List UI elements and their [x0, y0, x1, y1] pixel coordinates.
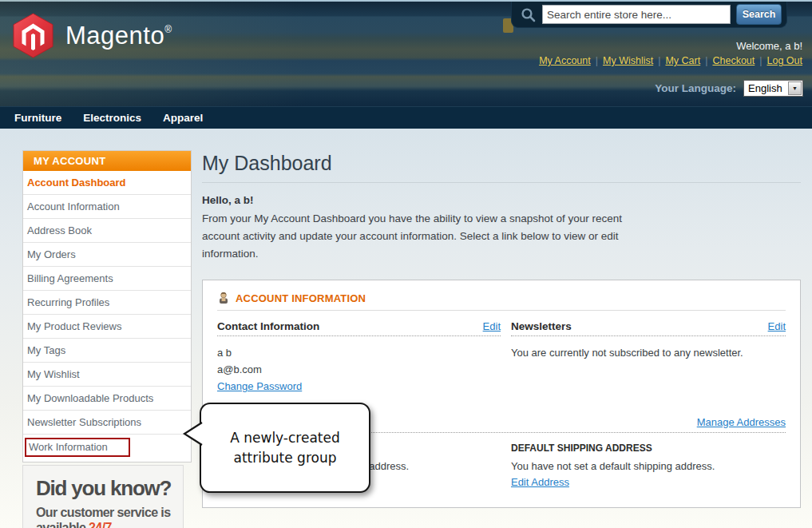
account-sidebar: MY ACCOUNT Account Dashboard Account Inf…: [22, 150, 192, 462]
link-checkout[interactable]: Checkout: [712, 55, 755, 66]
link-log-out[interactable]: Log Out: [767, 55, 802, 66]
nav-item-apparel[interactable]: Apparel: [163, 112, 203, 124]
promo-24-7: 24/7: [89, 521, 112, 528]
link-separator: |: [705, 55, 707, 66]
sidebar-item-my-product-reviews[interactable]: My Product Reviews: [23, 315, 191, 339]
page-title: My Dashboard: [202, 152, 801, 183]
account-information-title: ACCOUNT INFORMATION: [236, 292, 366, 304]
callout-line2: attribute group: [234, 448, 337, 468]
sidebar-item-billing-agreements[interactable]: Billing Agreements: [23, 267, 191, 291]
sidebar-menu: Account Dashboard Account Information Ad…: [23, 171, 191, 462]
annotation-callout: A newly-created attribute group: [200, 403, 370, 493]
contact-email: a@b.com: [217, 361, 501, 378]
sidebar-item-my-tags[interactable]: My Tags: [23, 339, 191, 363]
sidebar-item-newsletter-subscriptions[interactable]: Newsletter Subscriptions: [23, 411, 191, 435]
main-nav: Furniture Electronics Apparel: [0, 106, 812, 129]
sidebar-item-work-information[interactable]: Work Information: [23, 435, 191, 462]
contact-newsletter-row: Contact Information Edit a b a@b.com Cha…: [217, 320, 786, 395]
contact-edit-link[interactable]: Edit: [483, 320, 501, 332]
magento-logo-text: Magento®: [65, 22, 172, 50]
shipping-title: DEFAULT SHIPPING ADDRESS: [511, 443, 786, 454]
newsletters-title: Newsletters: [511, 320, 572, 332]
contact-information-column: Contact Information Edit a b a@b.com Cha…: [217, 320, 501, 395]
account-information-header: ACCOUNT INFORMATION: [217, 292, 786, 311]
contact-information-title: Contact Information: [217, 320, 319, 332]
callout-pointer: [182, 422, 203, 446]
account-links: My Account|My Wishlist|My Cart|Checkout|…: [539, 55, 802, 66]
did-you-know-title: Did you know?: [36, 476, 183, 501]
link-separator: |: [596, 55, 598, 66]
language-label: Your Language:: [655, 82, 736, 94]
link-my-wishlist[interactable]: My Wishlist: [603, 55, 653, 66]
language-selected-value: English: [744, 82, 788, 94]
registered-mark: ®: [164, 24, 172, 35]
link-separator: |: [759, 55, 762, 66]
sidebar-title: MY ACCOUNT: [23, 151, 191, 171]
newsletters-edit-link[interactable]: Edit: [768, 320, 786, 332]
magento-logo[interactable]: Magento®: [11, 13, 172, 58]
sidebar-item-address-book[interactable]: Address Book: [23, 219, 191, 243]
person-icon: [217, 292, 230, 304]
search-icon: [521, 7, 536, 22]
did-you-know-text: Our customer service is available 24/7: [36, 505, 183, 528]
change-password-link[interactable]: Change Password: [217, 380, 302, 392]
language-switcher: Your Language: English ▼: [655, 80, 803, 97]
greeting: Hello, a b!: [202, 194, 254, 206]
contact-name: a b: [217, 344, 501, 361]
dashboard-intro-text: From your My Account Dashboard you have …: [202, 210, 623, 263]
chevron-down-icon[interactable]: ▼: [788, 81, 802, 95]
default-shipping-column: DEFAULT SHIPPING ADDRESS You have not se…: [511, 443, 786, 489]
callout-line1: A newly-created: [230, 428, 340, 448]
language-select[interactable]: English ▼: [743, 80, 803, 97]
work-information-highlight-box: Work Information: [25, 438, 130, 457]
search-button[interactable]: Search: [736, 4, 782, 25]
shipping-note: You have not set a default shipping addr…: [511, 459, 786, 474]
sidebar-item-account-information[interactable]: Account Information: [23, 195, 191, 219]
search-bar: Search: [511, 2, 787, 28]
newsletters-column: Newsletters Edit You are currently not s…: [511, 320, 786, 395]
sidebar-item-my-orders[interactable]: My Orders: [23, 243, 191, 267]
welcome-message: Welcome, a b!: [736, 40, 802, 52]
link-my-cart[interactable]: My Cart: [665, 55, 700, 66]
nav-item-electronics[interactable]: Electronics: [83, 112, 141, 124]
nav-item-furniture[interactable]: Furniture: [14, 112, 61, 124]
search-input[interactable]: [542, 5, 731, 24]
link-separator: |: [658, 55, 660, 66]
sidebar-item-recurring-profiles[interactable]: Recurring Profiles: [23, 291, 191, 315]
newsletter-status: You are currently not subscribed to any …: [511, 344, 786, 361]
sidebar-item-my-wishlist[interactable]: My Wishlist: [23, 363, 191, 387]
sidebar-item-my-downloadable-products[interactable]: My Downloadable Products: [23, 387, 191, 411]
link-my-account[interactable]: My Account: [539, 55, 591, 66]
sidebar-item-account-dashboard[interactable]: Account Dashboard: [23, 171, 191, 195]
magento-logo-icon: [11, 13, 55, 58]
edit-address-link[interactable]: Edit Address: [511, 476, 569, 488]
manage-addresses-link[interactable]: Manage Addresses: [697, 416, 786, 428]
did-you-know-box: Did you know? Our customer service is av…: [22, 465, 184, 528]
